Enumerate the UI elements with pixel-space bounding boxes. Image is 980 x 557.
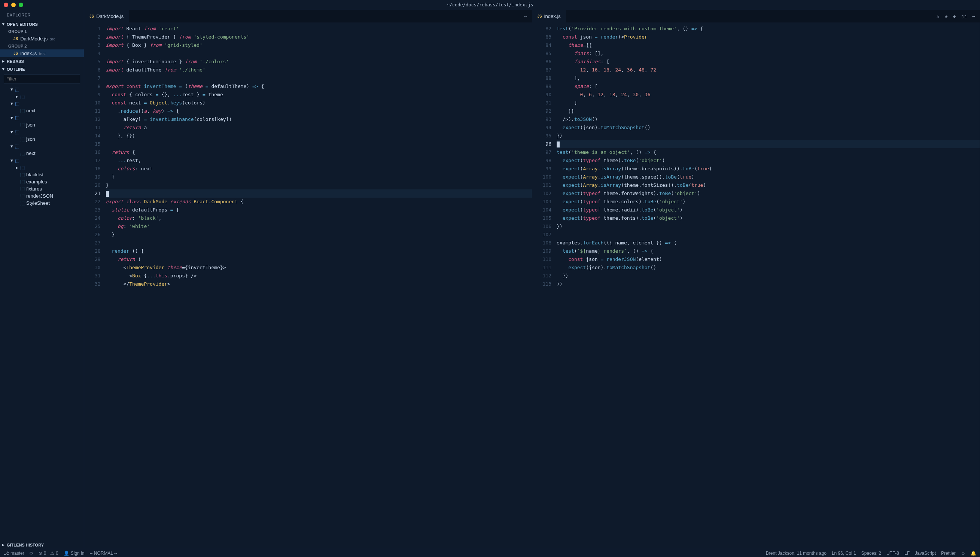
diff-icon[interactable]: ◆ bbox=[953, 13, 956, 19]
gitlens-label: GITLENS HISTORY bbox=[7, 543, 44, 547]
outline-item[interactable]: ▸⬚ bbox=[0, 164, 84, 171]
encoding[interactable]: UTF-8 bbox=[886, 550, 899, 556]
open-editors-section[interactable]: ▾OPEN EDITORS bbox=[0, 20, 84, 28]
outline-item[interactable]: ▾⬚ bbox=[0, 129, 84, 135]
tabs-bar-right: JS index.js ⇆ ◈ ◆ ▯▯ ⋯ bbox=[532, 10, 980, 23]
outline-item[interactable]: ▾⬚ bbox=[0, 143, 84, 150]
minimize-button[interactable] bbox=[11, 3, 16, 7]
git-branch[interactable]: ⎇ master bbox=[4, 550, 24, 556]
signin[interactable]: 👤 Sign in bbox=[63, 550, 85, 556]
line-gutter: 1234567891011121314151617181920212223242… bbox=[84, 23, 106, 549]
outline-item[interactable]: ⬚ renderJSON bbox=[0, 192, 84, 200]
gitlens-section[interactable]: ▸GITLENS HISTORY bbox=[0, 541, 84, 549]
outline-item[interactable]: ⬚ json bbox=[0, 135, 84, 143]
tab-label: DarkMode.js bbox=[96, 13, 124, 19]
editor-pane-right: JS index.js ⇆ ◈ ◆ ▯▯ ⋯ 82838485868788899… bbox=[532, 10, 980, 549]
close-button[interactable] bbox=[4, 3, 8, 7]
prettier[interactable]: Prettier bbox=[941, 550, 956, 556]
compare-icon[interactable]: ⇆ bbox=[936, 13, 939, 19]
sync-icon[interactable]: ⟳ bbox=[29, 550, 33, 556]
outline-item[interactable]: ▾⬚ bbox=[0, 86, 84, 93]
statusbar: ⎇ master ⟳ ⊘ 0 ⚠ 0 👤 Sign in -- NORMAL -… bbox=[0, 549, 980, 557]
more-actions-icon[interactable]: ⋯ bbox=[524, 13, 527, 19]
group-2-label: GROUP 2 bbox=[0, 43, 84, 49]
file-name: index.js bbox=[20, 50, 37, 56]
outline-item[interactable]: ▾⬚ bbox=[0, 157, 84, 164]
file-name: DarkMode.js bbox=[20, 36, 47, 42]
line-gutter: 8283848586878889909192939495969798991001… bbox=[532, 23, 557, 549]
code-editor-right[interactable]: test('Provider renders with custom theme… bbox=[557, 23, 980, 549]
outline-tree: ▾⬚ ▸⬚ ▾⬚ ⬚ next▾⬚ ⬚ json▾⬚ ⬚ json▾⬚ ⬚ ne… bbox=[0, 85, 84, 541]
window-title: ~/code/docs/rebass/test/index.js bbox=[446, 2, 533, 8]
tab-index[interactable]: JS index.js bbox=[532, 10, 566, 23]
open-editor-index[interactable]: JS index.js test bbox=[0, 49, 84, 57]
outline-item[interactable]: ⬚ json bbox=[0, 121, 84, 129]
open-editors-label: OPEN EDITORS bbox=[7, 22, 38, 26]
branch-name: master bbox=[10, 550, 24, 556]
tab-darkmode[interactable]: JS DarkMode.js bbox=[84, 10, 129, 23]
more-actions-icon[interactable]: ⋯ bbox=[972, 13, 975, 19]
outline-item[interactable]: ▸⬚ bbox=[0, 93, 84, 100]
split-icon[interactable]: ▯▯ bbox=[961, 13, 967, 19]
outline-label: OUTLINE bbox=[7, 67, 25, 72]
outline-item[interactable]: ⬚ StyleSheet bbox=[0, 200, 84, 207]
js-icon: JS bbox=[13, 51, 18, 55]
vim-mode: -- NORMAL -- bbox=[90, 550, 117, 556]
tab-label: index.js bbox=[544, 13, 561, 19]
signin-label: Sign in bbox=[71, 550, 85, 556]
explorer-label: EXPLORER bbox=[0, 10, 84, 20]
feedback-icon[interactable]: ☺ bbox=[961, 550, 965, 556]
outline-item[interactable]: ⬚ fixtures bbox=[0, 185, 84, 192]
titlebar: ~/code/docs/rebass/test/index.js bbox=[0, 0, 980, 10]
folder-label: REBASS bbox=[7, 59, 24, 64]
cursor-position[interactable]: Ln 96, Col 1 bbox=[832, 550, 856, 556]
outline-item[interactable]: ▾⬚ bbox=[0, 114, 84, 121]
outline-item[interactable]: ⬚ next bbox=[0, 107, 84, 114]
outline-filter-input[interactable] bbox=[4, 75, 80, 83]
maximize-button[interactable] bbox=[19, 3, 23, 7]
file-desc: src bbox=[50, 37, 55, 41]
error-count: 0 bbox=[44, 550, 46, 556]
outline-item[interactable]: ⬚ examples bbox=[0, 178, 84, 185]
code-editor-left[interactable]: import React from 'react'import { ThemeP… bbox=[106, 23, 532, 549]
editor-pane-left: JS DarkMode.js ⋯ 12345678910111213141516… bbox=[84, 10, 532, 549]
open-editor-darkmode[interactable]: JS DarkMode.js src bbox=[0, 35, 84, 43]
outline-item[interactable]: ⬚ blacklist bbox=[0, 171, 84, 178]
language-mode[interactable]: JavaScript bbox=[915, 550, 936, 556]
bell-icon[interactable]: 🔔 bbox=[971, 550, 976, 556]
outline-section[interactable]: ▾OUTLINE bbox=[0, 65, 84, 73]
warning-count: 0 bbox=[56, 550, 59, 556]
js-icon: JS bbox=[90, 14, 94, 18]
js-icon: JS bbox=[537, 14, 542, 18]
git-blame[interactable]: Brent Jackson, 11 months ago bbox=[766, 550, 827, 556]
file-desc: test bbox=[39, 51, 46, 56]
problems[interactable]: ⊘ 0 ⚠ 0 bbox=[39, 550, 59, 556]
preview-icon[interactable]: ◈ bbox=[945, 13, 948, 19]
tabs-bar-left: JS DarkMode.js ⋯ bbox=[84, 10, 532, 23]
group-1-label: GROUP 1 bbox=[0, 28, 84, 35]
eol[interactable]: LF bbox=[904, 550, 910, 556]
sidebar: EXPLORER ▾OPEN EDITORS GROUP 1 JS DarkMo… bbox=[0, 10, 84, 549]
outline-item[interactable]: ⬚ next bbox=[0, 150, 84, 157]
indentation[interactable]: Spaces: 2 bbox=[861, 550, 881, 556]
outline-item[interactable]: ▾⬚ bbox=[0, 100, 84, 107]
folder-section[interactable]: ▸REBASS bbox=[0, 57, 84, 65]
js-icon: JS bbox=[13, 37, 18, 41]
